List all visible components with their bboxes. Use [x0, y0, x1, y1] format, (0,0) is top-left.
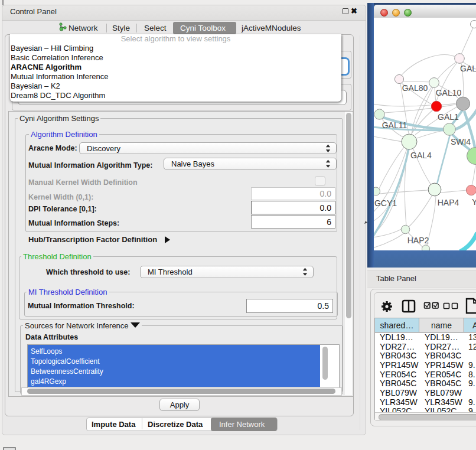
svg-text:YE: YE [472, 197, 476, 207]
svg-text:GAL11: GAL11 [382, 120, 407, 130]
svg-text:GAL7: GAL7 [460, 64, 476, 73]
svg-text:GCY1: GCY1 [374, 198, 397, 208]
svg-text:SWI4: SWI4 [451, 137, 471, 146]
svg-text:GAL4: GAL4 [410, 151, 432, 160]
svg-text:GAL80: GAL80 [402, 83, 428, 93]
svg-text:HAP4: HAP4 [438, 198, 459, 207]
svg-text:HAP2: HAP2 [407, 236, 429, 245]
svg-text:GAL1: GAL1 [438, 112, 459, 122]
svg-text:GAL10: GAL10 [436, 88, 462, 97]
